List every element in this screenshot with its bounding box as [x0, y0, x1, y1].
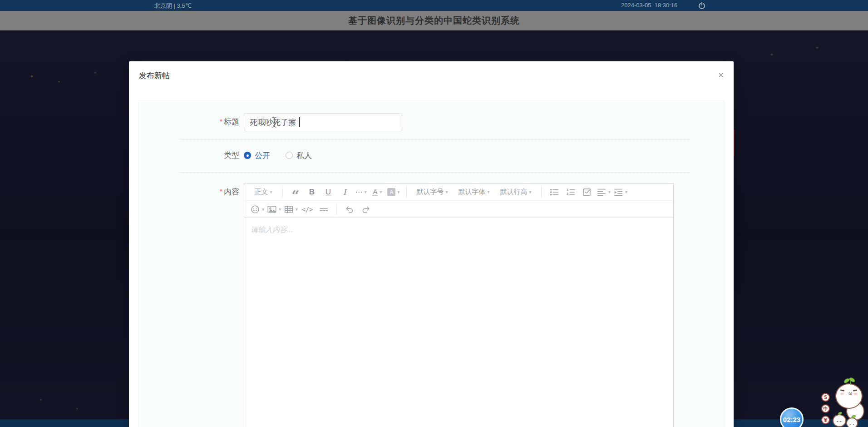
- power-icon[interactable]: [698, 1, 706, 10]
- type-radio-group: 公开 私人: [244, 150, 327, 161]
- font-size-button[interactable]: 默认字号▾: [413, 185, 452, 199]
- close-icon[interactable]: ×: [715, 70, 726, 80]
- radio-private[interactable]: 私人: [286, 150, 312, 161]
- post-form: *标题 类型 公开: [138, 100, 725, 427]
- text-caret: [299, 117, 300, 127]
- mascot-baby: •‐•: [846, 417, 858, 427]
- title-field-row: *标题: [138, 113, 724, 131]
- editor-content-area[interactable]: 请输入内容...: [244, 218, 673, 427]
- chevron-down-icon: ▾: [364, 189, 366, 194]
- font-color-button[interactable]: A▾: [370, 185, 384, 199]
- font-family-button[interactable]: 默认字体▾: [454, 185, 493, 199]
- sprout-icon: [850, 381, 851, 385]
- type-field-label: 类型: [138, 146, 244, 164]
- undo-icon: [345, 204, 355, 214]
- bold-button[interactable]: B: [305, 185, 319, 199]
- content-field-row: *内容 正文▾ “ B U I ⋯▾: [138, 183, 724, 427]
- italic-button[interactable]: I: [338, 185, 351, 199]
- app-root: 北京阴 | 3.5℃ 2024-03-05 18:30:16 基于图像识别与分类…: [0, 0, 868, 427]
- title-input-wrap: [244, 113, 402, 131]
- chevron-down-icon: ▾: [296, 207, 298, 212]
- chevron-down-icon: ▾: [625, 189, 627, 194]
- countdown-timer-badge[interactable]: 02:23: [780, 407, 804, 427]
- chevron-down-icon: ▾: [270, 189, 272, 194]
- todo-list-button[interactable]: [580, 185, 594, 199]
- align-button[interactable]: ▾: [597, 185, 611, 199]
- code-button[interactable]: </>: [301, 203, 314, 216]
- underline-button[interactable]: U: [321, 185, 335, 199]
- font-color-icon: A: [372, 188, 378, 196]
- quote-button[interactable]: “: [289, 185, 302, 199]
- system-title-bar: 基于图像识别与分类的中国蛇类识别系统: [0, 11, 868, 30]
- editor-toolbar-row2: ▾ ▾ ▾ </>: [244, 201, 673, 218]
- required-mark: *: [220, 188, 222, 196]
- chevron-down-icon: ▾: [487, 189, 489, 194]
- table-button[interactable]: ▾: [284, 203, 298, 216]
- indent-button[interactable]: ▾: [613, 185, 627, 199]
- checkbox-icon: [582, 187, 592, 197]
- title-field-label: *标题: [138, 113, 244, 131]
- content-field-label: *内容: [138, 183, 244, 427]
- chevron-down-icon: ▾: [608, 189, 611, 194]
- leaf-icon: [838, 411, 843, 415]
- mascot-blush: [840, 393, 844, 395]
- align-left-icon: [597, 187, 607, 197]
- dialog-header: 发布新帖 ×: [129, 61, 734, 88]
- editor-placeholder: 请输入内容...: [251, 226, 293, 233]
- more-styles-button[interactable]: ⋯▾: [354, 185, 368, 199]
- quote-icon: “: [291, 186, 299, 198]
- ibeam-cursor: [271, 116, 277, 129]
- table-icon: [284, 204, 294, 214]
- chevron-down-icon: ▾: [279, 207, 281, 212]
- divider-line-icon: [319, 204, 329, 214]
- rich-text-editor: 正文▾ “ B U I ⋯▾ A▾ A: [244, 183, 674, 427]
- chevron-down-icon: ▾: [397, 189, 399, 194]
- chevron-down-icon: ▾: [262, 207, 264, 212]
- ordered-list-icon: [566, 187, 576, 197]
- image-button[interactable]: ▾: [267, 203, 281, 216]
- top-navbar: 北京阴 | 3.5℃ 2024-03-05 18:30:16: [0, 0, 868, 11]
- radio-public[interactable]: 公开: [244, 150, 270, 161]
- desktop-pet-mascot[interactable]: ω •‐• •‐•: [824, 379, 866, 427]
- radio-off-icon[interactable]: [286, 152, 293, 159]
- new-post-dialog: 发布新帖 × *标题 类型 公开: [129, 61, 734, 427]
- redo-button[interactable]: [359, 203, 373, 216]
- redo-icon: [361, 204, 371, 214]
- chevron-down-icon: ▾: [380, 189, 382, 194]
- toolbar-divider: [282, 187, 283, 198]
- dialog-title: 发布新帖: [139, 71, 170, 80]
- mascot-blush: [854, 393, 858, 395]
- bullet-list-button[interactable]: [547, 185, 561, 199]
- split-line-button[interactable]: [317, 203, 330, 216]
- ordered-list-button[interactable]: [564, 185, 577, 199]
- weather-label: 北京阴 | 3.5℃: [154, 2, 192, 10]
- mascot-head: [835, 383, 863, 409]
- mascot-mouth: ω: [848, 391, 852, 396]
- bullet-list-icon: [549, 187, 559, 197]
- system-title: 基于图像识别与分类的中国蛇类识别系统: [348, 15, 520, 27]
- editor-toolbar-row1: 正文▾ “ B U I ⋯▾ A▾ A: [244, 184, 673, 201]
- title-input[interactable]: [244, 113, 402, 131]
- paragraph-style-button[interactable]: 正文▾: [250, 185, 276, 199]
- indent-icon: [613, 187, 623, 197]
- radio-on-icon[interactable]: [244, 152, 251, 159]
- toolbar-divider: [406, 187, 407, 198]
- type-field-row: 类型 公开 私人: [138, 146, 724, 164]
- undo-button[interactable]: [343, 203, 356, 216]
- radio-public-label: 公开: [255, 150, 270, 161]
- mascot-baby: •‐•: [833, 414, 846, 427]
- section-divider-top: [179, 139, 690, 139]
- bg-color-button[interactable]: A▾: [387, 185, 400, 199]
- required-mark: *: [220, 118, 222, 126]
- line-height-button[interactable]: 默认行高▾: [496, 185, 535, 199]
- chevron-down-icon: ▾: [529, 189, 531, 194]
- baby-face: •‐•: [847, 422, 857, 427]
- emoji-icon: [250, 204, 260, 214]
- toolbar-divider: [541, 187, 542, 198]
- radio-private-label: 私人: [296, 150, 312, 161]
- emoji-button[interactable]: ▾: [250, 203, 264, 216]
- section-divider-bottom: [179, 172, 690, 173]
- toolbar-divider: [336, 204, 337, 215]
- bg-color-icon: A: [387, 188, 395, 196]
- image-icon: [267, 204, 277, 214]
